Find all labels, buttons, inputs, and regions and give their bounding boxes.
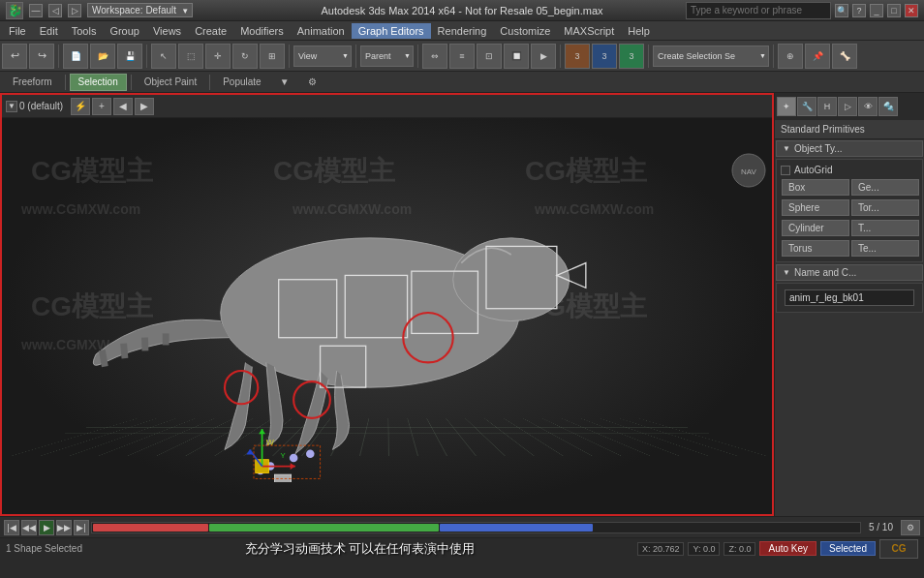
autokey-btn[interactable]: Auto Key (759, 541, 816, 556)
render-btn[interactable]: ▶ (531, 44, 556, 69)
render-setup-btn[interactable]: 🔲 (504, 44, 529, 69)
nav-gizmo[interactable]: NAV (731, 153, 766, 188)
num2-btn[interactable]: 3 (592, 44, 617, 69)
redo-btn[interactable]: ↪ (29, 44, 54, 69)
magnet-btn[interactable]: ⊕ (778, 44, 803, 69)
rp-object-type-section[interactable]: ▼ Object Ty... (776, 140, 923, 157)
layer-expand-btn[interactable]: ▼ (6, 101, 17, 112)
creature-model: W Y (79, 143, 661, 482)
bone-btn[interactable]: 🦴 (832, 44, 857, 69)
num1-btn[interactable]: 3 (565, 44, 590, 69)
menu-item-maxscript[interactable]: MAXScript (557, 23, 621, 39)
rp-cylinder-btn[interactable]: Cylinder (782, 220, 849, 236)
menu-item-group[interactable]: Group (103, 23, 146, 39)
menu-item-create[interactable]: Create (188, 23, 233, 39)
timeline-bar[interactable] (91, 522, 861, 533)
layer-btn[interactable]: ⊡ (477, 44, 502, 69)
autogrid-checkbox[interactable] (781, 166, 790, 175)
rp-tab-modify[interactable]: 🔧 (797, 97, 816, 116)
sub-tb-extra-1[interactable]: ⚙ (299, 74, 325, 91)
select-region-btn[interactable]: ⬚ (178, 44, 203, 69)
move-btn[interactable]: ✛ (205, 44, 231, 69)
num3-btn[interactable]: 3 (619, 44, 644, 69)
align-btn[interactable]: ≡ (449, 44, 475, 69)
layer-label: 0 (default) (19, 101, 63, 111)
rp-tab-display[interactable]: 👁 (858, 97, 878, 116)
time-cfg-btn[interactable]: ⚙ (901, 520, 920, 535)
play-btn[interactable]: ▶ (39, 520, 54, 535)
sub-tb-populate[interactable]: Populate (214, 74, 269, 91)
parent-dropdown[interactable]: Parent ▼ (360, 46, 414, 67)
menu-item-customize[interactable]: Customize (493, 23, 557, 39)
rp-sphere-btn[interactable]: Sphere (782, 199, 849, 216)
menu-item-graph-editors[interactable]: Graph Editors (352, 23, 431, 39)
next-frame-btn[interactable]: ▶| (74, 520, 89, 535)
rp-t-btn[interactable]: T... (851, 220, 919, 236)
prev-frame-btn[interactable]: |◀ (4, 520, 19, 535)
sub-tb-extra-0[interactable]: ▼ (271, 74, 298, 91)
max-btn[interactable]: □ (887, 4, 901, 17)
coord-y: Y: 0.0 (688, 542, 720, 556)
create-selection-dropdown[interactable]: Create Selection Se ▼ (653, 46, 769, 67)
reference-coord-dropdown[interactable]: View ▼ (293, 46, 352, 67)
scale-btn[interactable]: ⊞ (260, 44, 285, 69)
viewport-tb3[interactable]: ◀ (113, 98, 133, 115)
rp-geo-btn[interactable]: Ge... (851, 179, 919, 196)
forward-btn[interactable]: ▷ (68, 4, 81, 17)
rp-box-btn[interactable]: Box (782, 179, 849, 196)
menu-item-edit[interactable]: Edit (33, 23, 65, 39)
selected-btn[interactable]: Selected (820, 541, 876, 556)
app-icon[interactable]: 🐉 (6, 2, 23, 19)
object-name-input[interactable] (785, 289, 914, 306)
min-btn[interactable]: _ (870, 4, 883, 17)
status-left: 1 Shape Selected (6, 543, 82, 554)
mirror-btn[interactable]: ⇔ (422, 44, 447, 69)
menu-item-views[interactable]: Views (146, 23, 188, 39)
sub-tb-freeform[interactable]: Freeform (4, 74, 61, 91)
sub-tb-sep-0 (65, 75, 66, 90)
rotate-btn[interactable]: ↻ (232, 44, 258, 69)
new-scene-btn[interactable]: 📄 (63, 44, 88, 69)
rp-tab-create[interactable]: ✦ (777, 97, 796, 116)
rp-torus-btn[interactable]: Torus (782, 240, 849, 257)
menu-item-file[interactable]: File (2, 23, 33, 39)
sub-tb-selection[interactable]: Selection (70, 74, 127, 91)
next-key-btn[interactable]: ▶▶ (56, 520, 72, 535)
snap-btn[interactable]: 📌 (805, 44, 830, 69)
title-bar-title: Autodesk 3ds Max 2014 x64 - Not for Resa… (321, 5, 602, 16)
back-btn[interactable]: ◁ (48, 4, 62, 17)
save-btn[interactable]: 💾 (117, 44, 142, 69)
viewport-tb4[interactable]: ▶ (135, 98, 154, 115)
menu-item-help[interactable]: Help (621, 23, 657, 39)
rp-tab-utilities[interactable]: 🔩 (878, 97, 898, 116)
svg-text:Y: Y (280, 451, 285, 460)
select-btn[interactable]: ↖ (151, 44, 176, 69)
rp-name-section[interactable]: ▼ Name and C... (776, 264, 923, 281)
rp-tab-motion[interactable]: ▷ (838, 97, 857, 116)
rp-tab-hierarchy[interactable]: H (817, 97, 837, 116)
search-btn[interactable]: 🔍 (835, 4, 848, 17)
rp-teapot-btn[interactable]: Te... (851, 240, 919, 257)
viewport-tb1[interactable]: ⚡ (71, 98, 90, 115)
help-btn[interactable]: ? (852, 4, 866, 17)
viewport-tb2[interactable]: + (92, 98, 111, 115)
svg-point-18 (306, 449, 315, 458)
timeline-seg-red (93, 524, 208, 532)
tb-sep-6 (560, 45, 561, 68)
undo-btn[interactable]: ↩ (2, 44, 27, 69)
menu-item-rendering[interactable]: Rendering (431, 23, 494, 39)
svg-text:W: W (266, 438, 275, 447)
workspace-dropdown[interactable]: Workspace: Default ▼ (87, 3, 193, 17)
prev-key-btn[interactable]: ◀◀ (21, 520, 37, 535)
minimize-btn[interactable]: — (29, 4, 43, 17)
menu-item-modifiers[interactable]: Modifiers (233, 23, 291, 39)
menu-item-animation[interactable]: Animation (291, 23, 352, 39)
menu-item-tools[interactable]: Tools (65, 23, 104, 39)
sub-tb-object paint[interactable]: Object Paint (136, 74, 205, 91)
svg-marker-21 (291, 463, 295, 470)
title-search-input[interactable] (686, 2, 831, 19)
close-btn[interactable]: ✕ (905, 4, 918, 17)
open-btn[interactable]: 📂 (90, 44, 115, 69)
rp-tor-btn[interactable]: Tor... (851, 199, 919, 216)
viewport[interactable]: ▼ 0 (default) ⚡ + ◀ ▶ [+] [Perspective] … (0, 93, 774, 516)
